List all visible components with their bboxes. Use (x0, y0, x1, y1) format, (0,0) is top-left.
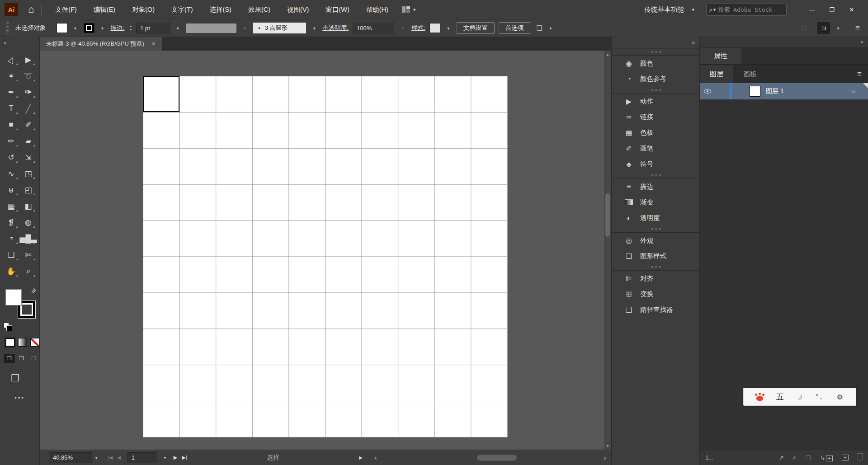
perspective-grid-tool[interactable]: ◰ (20, 182, 37, 198)
collapse-toolbar-chevron[interactable]: « (0, 37, 39, 50)
graphic-styles-panel-button[interactable]: ❏ 图形样式 (612, 248, 699, 264)
status-flyout-icon[interactable]: ▶ (359, 455, 363, 460)
chevron-down-icon[interactable]: ▾ (413, 7, 416, 13)
transparency-panel-button[interactable]: ◐ 透明度 (612, 210, 699, 226)
isolate-selected-object-icon[interactable]: ❏ (536, 24, 542, 32)
next-artboard-button[interactable]: ▶ (174, 455, 177, 460)
curvature-tool[interactable]: ✑ (20, 84, 37, 100)
links-panel-button[interactable]: ∞ 链接 (612, 109, 699, 125)
style-chevron-icon[interactable]: ▾ (444, 23, 453, 33)
swap-fill-stroke-icon[interactable]: ⇄ (29, 287, 38, 295)
stroke-weight-chevron-icon[interactable]: ▾ (174, 23, 182, 33)
horizontal-scrollbar-track[interactable] (379, 450, 601, 465)
zoom-chevron-icon[interactable]: ▾ (92, 453, 100, 463)
collapse-panels-chevron[interactable]: « (612, 37, 699, 49)
canvas[interactable]: ▴ ▾ (40, 51, 611, 450)
hand-tool[interactable]: ✋ (3, 263, 20, 279)
scroll-left-icon[interactable]: ‹ (372, 454, 379, 461)
lasso-tool[interactable]: ➰ (20, 68, 37, 84)
artboard-tool[interactable]: ❏ (3, 247, 20, 263)
transform-panel-button[interactable]: ⊞ 变换 (612, 286, 699, 302)
layer-thumbnail[interactable] (750, 86, 760, 97)
workspace-layout-icon[interactable]: ⊐ (817, 22, 830, 34)
artboard[interactable] (143, 76, 508, 437)
horizontal-scrollbar-thumb[interactable] (477, 455, 517, 460)
ime-fullwidth-moon-icon[interactable]: ☾ (795, 392, 804, 402)
lock-toggle-cell[interactable] (715, 83, 730, 99)
fill-dropdown-chevron-icon[interactable]: ▾ (71, 23, 80, 33)
slice-tool[interactable]: ✄ (20, 247, 37, 263)
paintbrush-tool[interactable]: ✐ (20, 117, 37, 133)
align-panel-button[interactable]: ⊫ 对齐 (612, 270, 699, 286)
stroke-color-swatch[interactable] (84, 23, 94, 33)
default-fill-stroke-icon[interactable] (4, 323, 9, 328)
minimize-button[interactable]: — (802, 3, 822, 16)
isolate-chevron-icon[interactable]: ▾ (547, 23, 555, 33)
drag-handle[interactable] (6, 22, 9, 34)
selected-grid-cell[interactable] (143, 76, 179, 112)
scale-tool[interactable]: ⇲ (20, 149, 37, 165)
draw-normal-mode-icon[interactable]: ❐ (4, 354, 15, 363)
none-button[interactable] (30, 338, 39, 347)
menu-type[interactable]: 文字(T) (171, 5, 193, 14)
horizontal-scrollbar[interactable]: ‹ › (369, 450, 611, 465)
rotate-tool[interactable]: ↺ (3, 149, 20, 165)
opacity-field[interactable]: 100% (353, 23, 394, 33)
stroke-panel-link[interactable]: 描边: (111, 24, 125, 32)
appearance-panel-button[interactable]: ◎ 外观 (612, 232, 699, 248)
ime-settings-gear-icon[interactable]: ⚙ (836, 393, 843, 401)
close-tab-icon[interactable]: ✕ (151, 41, 156, 47)
new-layer-icon[interactable]: + (842, 455, 849, 460)
fill-color-swatch[interactable] (57, 23, 67, 33)
zoom-tool[interactable]: ⌕ (20, 263, 37, 279)
gradient-panel-button[interactable]: 渐变 (612, 194, 699, 210)
blend-tool[interactable]: ◍ (20, 214, 37, 230)
close-button[interactable]: ✕ (842, 3, 862, 16)
symbol-sprayer-tool[interactable]: ⚗ (3, 230, 20, 247)
edit-toolbar-ellipsis-icon[interactable]: ••• (0, 395, 39, 401)
ime-input-mode[interactable]: 五 (776, 392, 784, 402)
gradient-button[interactable] (18, 338, 27, 347)
column-graph-tool[interactable]: ▅█▃ (20, 230, 37, 247)
menu-select[interactable]: 选择(S) (210, 5, 231, 14)
menu-help[interactable]: 帮助(H) (366, 5, 388, 14)
width-tool[interactable]: ∿ (3, 165, 20, 182)
type-tool[interactable]: T (3, 100, 20, 117)
document-tab[interactable]: 未标题-3 @ 40.85% (RGB/GPU 预览) ✕ (40, 37, 162, 51)
line-segment-tool[interactable]: ╱ (20, 100, 37, 117)
color-guide-panel-button[interactable]: ◔ 颜色参考 (612, 71, 699, 87)
brush-chevron-icon[interactable]: ▾ (310, 23, 318, 33)
ime-punctuation-icon[interactable]: °， (816, 393, 824, 401)
stroke-weight-field[interactable]: 1 pt (136, 23, 170, 33)
tab-layers[interactable]: 图层 (700, 65, 733, 83)
scroll-right-icon[interactable]: › (601, 454, 609, 461)
arrange-documents-icon[interactable] (402, 6, 410, 13)
actions-panel-button[interactable]: ▶ 动作 (612, 93, 699, 109)
change-screen-mode-icon[interactable]: ❒ (11, 373, 39, 384)
style-swatch[interactable] (429, 23, 440, 33)
panel-menu-icon[interactable]: ≡ (851, 65, 868, 83)
panel-list-icon[interactable]: ≡ (855, 23, 860, 33)
shape-builder-tool[interactable]: ⊎ (3, 182, 20, 198)
opacity-panel-link[interactable]: 不透明度: (322, 24, 349, 32)
pencil-tool[interactable]: ✏ (3, 133, 20, 149)
layer-target-icon[interactable]: ○ (852, 88, 855, 95)
scroll-up-icon[interactable]: ▴ (604, 52, 611, 57)
stroke-panel-button[interactable]: ≡ 描边 (612, 178, 699, 194)
visibility-eye-icon[interactable] (704, 89, 711, 94)
brush-definition-field[interactable]: • 3 点圆形 (253, 23, 306, 33)
last-artboard-button[interactable]: ▶| (182, 455, 187, 460)
menu-effect[interactable]: 效果(C) (248, 5, 270, 14)
locate-object-icon[interactable]: ⌕ (793, 454, 797, 461)
direct-selection-tool[interactable]: ▶ (20, 52, 37, 68)
chevron-down-icon[interactable]: ▾ (713, 7, 716, 13)
swatches-panel-button[interactable]: ▦ 色板 (612, 125, 699, 141)
stroke-weight-stepper[interactable]: ▲▼ (129, 25, 132, 31)
menu-view[interactable]: 视图(V) (287, 5, 309, 14)
eyedropper-tool[interactable]: ❡ (3, 214, 20, 230)
free-transform-tool[interactable]: ◳ (20, 165, 37, 182)
eraser-tool[interactable]: ▰ (20, 133, 37, 149)
stroke-dropdown-chevron-icon[interactable]: ▾ (99, 23, 107, 33)
style-panel-link[interactable]: 样式: (411, 24, 425, 32)
restore-button[interactable]: ❐ (822, 3, 842, 16)
